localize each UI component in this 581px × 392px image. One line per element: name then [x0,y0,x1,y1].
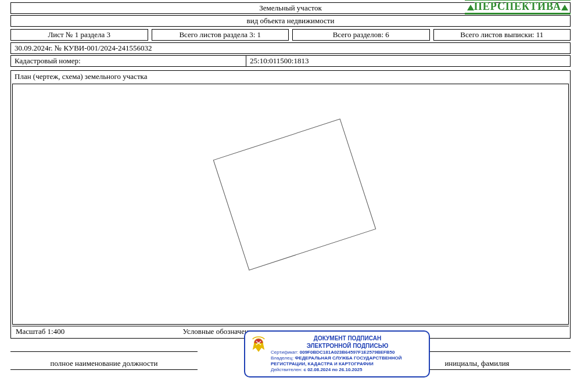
cert-value: 009F0BDC181A023B64597F1E2579BEFB50 [300,350,395,355]
brand-logo: ПЕРСПЕКТИВА [465,0,571,15]
cadastral-number: 25:10:011500:1813 [246,56,570,66]
meta-row: Лист № 1 раздела 3 Всего листов раздела … [10,29,571,41]
document-number: 30.09.2024г. № КУВИ-001/2024-241556032 [10,42,571,54]
digital-signature-stamp: ДОКУМЕНТ ПОДПИСАН ЭЛЕКТРОННОЙ ПОДПИСЬЮ С… [244,330,430,377]
cert-label: Сертификат: [271,350,299,355]
sections-total: Всего разделов: 6 [292,29,430,41]
valid-label: Действителен: [271,367,302,372]
sheets-total: Всего листов выписки: 11 [433,29,571,41]
sheets-in-section: Всего листов раздела 3: 1 [152,29,289,41]
plan-container: План (чертеж, схема) земельного участка … [10,70,571,339]
plan-area [12,84,569,325]
object-kind: вид объекта недвижимости [10,15,571,27]
cadastral-label: Кадастровый номер: [11,56,246,66]
plot-outline [213,118,376,270]
plan-title: План (чертеж, схема) земельного участка [11,71,570,82]
owner-label: Владелец: [271,355,293,361]
stamp-title-2: ЭЛЕКТРОННОЙ ПОДПИСЬЮ [271,343,424,350]
valid-value: с 02.08.2024 по 26.10.2025 [303,367,362,372]
sheet-number: Лист № 1 раздела 3 [10,29,148,41]
stamp-title-1: ДОКУМЕНТ ПОДПИСАН [271,335,424,343]
signature-position: полное наименование должности [10,351,198,370]
scale-label: Масштаб 1:400 [12,326,179,337]
owner-value-2: РЕГИСТРАЦИИ, КАДАСТРА И КАРТОГРАФИИ [271,361,374,366]
owner-value: ФЕДЕРАЛЬНАЯ СЛУЖБА ГОСУДАРСТВЕННОЙ [295,355,401,361]
emblem-icon [249,335,268,355]
cadastral-row: Кадастровый номер: 25:10:011500:1813 [10,55,571,67]
